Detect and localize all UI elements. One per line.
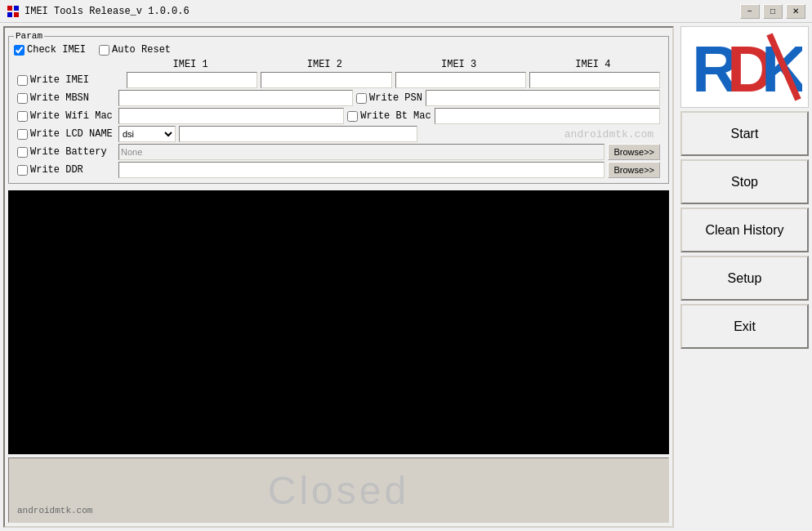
battery-browse-button[interactable]: Browse>> (608, 144, 660, 160)
imei2-input[interactable] (261, 72, 391, 88)
imei1-header: IMEI 1 (123, 59, 257, 70)
check-imei-label[interactable]: Check IMEI (14, 44, 86, 56)
write-bt-mac-checkbox[interactable] (347, 111, 358, 122)
bt-mac-input[interactable] (435, 108, 660, 124)
ddr-row: Write DDR Browse>> (17, 162, 660, 178)
param-group: Param Check IMEI Auto Reset IMEI 1 IMEI … (8, 31, 669, 184)
write-wifi-mac-checkbox[interactable] (17, 111, 28, 122)
mbsn-psn-row: Write MBSN Write PSN (17, 90, 660, 106)
write-lcd-checkbox[interactable] (17, 129, 28, 140)
minimize-button[interactable]: − (740, 4, 760, 19)
lcd-input[interactable] (179, 126, 417, 142)
write-imei-label[interactable]: Write IMEI (17, 74, 115, 86)
ddr-input[interactable] (118, 162, 605, 178)
exit-button[interactable]: Exit (680, 304, 809, 349)
write-battery-checkbox[interactable] (17, 147, 28, 158)
imei2-header: IMEI 2 (257, 59, 391, 70)
auto-reset-checkbox[interactable] (99, 45, 109, 56)
write-battery-label[interactable]: Write Battery (17, 146, 115, 158)
logo-area: R D K (680, 26, 809, 108)
imei1-input[interactable] (127, 72, 257, 88)
clean-history-button[interactable]: Clean History (680, 207, 809, 252)
svg-rect-2 (7, 12, 12, 17)
write-mbsn-label[interactable]: Write MBSN (17, 92, 115, 104)
app-icon (7, 5, 20, 18)
lcd-select[interactable]: dsi lvds edp (118, 126, 176, 142)
logo-svg: R D K (688, 30, 802, 104)
ddr-browse-button[interactable]: Browse>> (608, 162, 660, 178)
psn-input[interactable] (426, 90, 660, 106)
imei4-header: IMEI 4 (526, 59, 660, 70)
param-checkboxes: Check IMEI Auto Reset (14, 44, 663, 56)
write-psn-label[interactable]: Write PSN (356, 92, 422, 104)
close-button[interactable]: ✕ (786, 4, 805, 19)
check-imei-checkbox[interactable] (14, 45, 25, 56)
window-controls: − □ ✕ (740, 4, 805, 19)
write-wifi-mac-label[interactable]: Write Wifi Mac (17, 110, 115, 122)
write-ddr-checkbox[interactable] (17, 165, 28, 176)
wifi-bt-row: Write Wifi Mac Write Bt Mac (17, 108, 660, 124)
battery-input[interactable] (118, 144, 605, 160)
app-title: IMEI Tools Release_v 1.0.0.6 (25, 6, 190, 17)
svg-rect-0 (7, 6, 12, 11)
setup-button[interactable]: Setup (680, 256, 809, 301)
status-bar: androidmtk.com Closed (8, 457, 669, 523)
write-mbsn-checkbox[interactable] (17, 93, 28, 104)
param-legend: Param (14, 31, 44, 41)
status-closed-text: Closed (268, 468, 409, 513)
right-panel: R D K Start Stop Clean History Setup Exi… (677, 23, 812, 531)
lcd-row: Write LCD NAME dsi lvds edp androidmtk.c… (17, 126, 660, 142)
write-bt-mac-label[interactable]: Write Bt Mac (347, 110, 431, 122)
write-imei-checkbox[interactable] (17, 75, 28, 86)
svg-rect-1 (14, 6, 19, 11)
write-psn-checkbox[interactable] (356, 93, 367, 104)
write-lcd-label[interactable]: Write LCD NAME (17, 128, 115, 140)
imei3-input[interactable] (395, 72, 526, 88)
start-button[interactable]: Start (680, 111, 809, 156)
svg-rect-3 (14, 12, 19, 17)
console-area (8, 190, 669, 454)
imei3-header: IMEI 3 (392, 59, 526, 70)
title-bar-left: IMEI Tools Release_v 1.0.0.6 (7, 5, 190, 18)
main-container: Param Check IMEI Auto Reset IMEI 1 IMEI … (0, 23, 812, 531)
battery-row: Write Battery Browse>> (17, 144, 660, 160)
watermark: androidmtk.com (421, 128, 661, 141)
status-left-text: androidmtk.com (17, 506, 92, 515)
write-ddr-label[interactable]: Write DDR (17, 164, 115, 176)
left-panel: Param Check IMEI Auto Reset IMEI 1 IMEI … (3, 26, 674, 528)
imei4-input[interactable] (529, 72, 660, 88)
maximize-button[interactable]: □ (763, 4, 783, 19)
write-imei-row: Write IMEI (17, 72, 660, 88)
stop-button[interactable]: Stop (680, 159, 809, 204)
auto-reset-label[interactable]: Auto Reset (99, 44, 171, 56)
mbsn-input[interactable] (118, 90, 353, 106)
wifi-mac-input[interactable] (118, 108, 344, 124)
imei-headers: IMEI 1 IMEI 2 IMEI 3 IMEI 4 (17, 59, 660, 70)
title-bar: IMEI Tools Release_v 1.0.0.6 − □ ✕ (0, 0, 812, 23)
